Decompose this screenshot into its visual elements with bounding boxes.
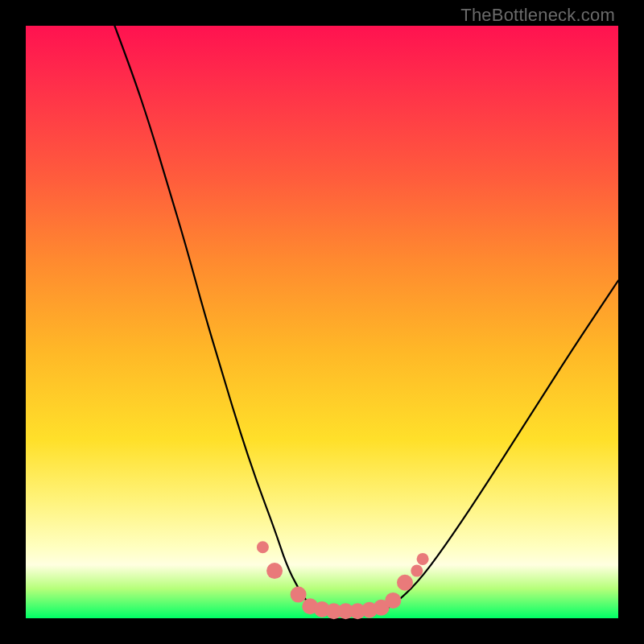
valley-marker (257, 541, 269, 553)
valley-marker (291, 587, 307, 603)
bottleneck-curve (114, 26, 618, 613)
valley-marker (385, 592, 401, 609)
plot-area (26, 26, 618, 618)
chart-frame: TheBottleneck.com (0, 0, 644, 644)
valley-marker (397, 575, 413, 591)
valley-marker (417, 553, 429, 565)
valley-marker (411, 565, 423, 577)
watermark-text: TheBottleneck.com (460, 5, 615, 26)
curve-layer (26, 26, 618, 618)
valley-marker (266, 563, 283, 579)
